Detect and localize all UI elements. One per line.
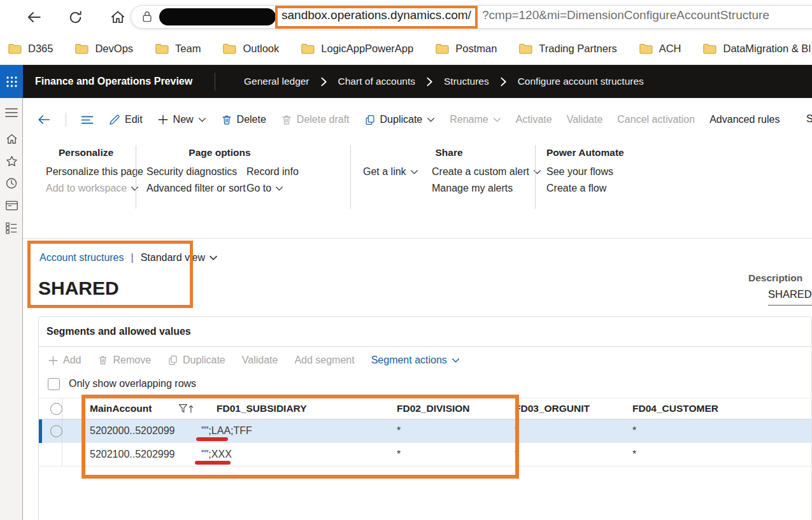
chevron-right-icon — [320, 77, 327, 87]
cell-fd02-division[interactable]: * — [397, 449, 515, 460]
copy-icon — [167, 355, 178, 366]
menu-item-label: See your flows — [546, 166, 613, 178]
column-header-fd04-customer[interactable]: FD04_CUSTOMER — [632, 403, 811, 414]
url-redaction-blob — [159, 8, 276, 25]
bookmark-label: Postman — [455, 43, 497, 55]
menu-item-get-a-link[interactable]: Get a link — [363, 165, 418, 179]
menu-item-security-diagnostics[interactable]: Security diagnostics — [146, 165, 237, 179]
chevron-down-icon — [452, 358, 460, 363]
bookmark-folder-postman[interactable]: Postman — [435, 43, 497, 55]
nav-recent-clock-icon[interactable] — [0, 174, 23, 193]
bookmark-folder-logicapppowerapp[interactable]: LogicAppPowerApp — [301, 43, 413, 55]
grid-row-1[interactable]: 5202000..5202099 "";LAA;TFF * * * — [39, 419, 811, 443]
breadcrumb-general-ledger[interactable]: General ledger — [244, 76, 310, 87]
checkbox-unchecked[interactable] — [48, 378, 60, 390]
nav-home-icon[interactable] — [0, 129, 23, 148]
cell-fd04-customer[interactable]: * — [632, 425, 811, 437]
expand-nav-hamburger-icon[interactable] — [0, 103, 23, 122]
cell-mainaccount[interactable]: 5202000..5202099 — [62, 425, 201, 437]
cancel-activation-button: Cancel activation — [617, 114, 695, 125]
url-query: ?cmp=120&mi=DimensionConfigureAccountStr… — [482, 8, 769, 22]
bookmark-folder-outlook[interactable]: Outlook — [222, 43, 279, 55]
bookmark-folder-d365[interactable]: D365 — [8, 43, 53, 55]
cell-mainaccount[interactable]: 5202100..5202999 — [62, 449, 201, 460]
grid-row-2[interactable]: 5202100..5202999 "";XXX * * * — [39, 443, 811, 467]
row-select-cell — [39, 443, 62, 466]
checkbox-label: Only show overlapping rows — [69, 378, 196, 390]
browser-refresh-icon[interactable] — [67, 9, 83, 25]
bookmark-folder-ach[interactable]: ACH — [639, 43, 681, 55]
folder-icon — [518, 43, 533, 55]
bookmark-label: DataMigration & Bl — [723, 43, 811, 55]
action-pane-menu-icon[interactable] — [81, 115, 94, 125]
bookmark-label: ACH — [659, 43, 681, 55]
chevron-right-icon — [426, 77, 433, 87]
breadcrumb-configure-account-structures[interactable]: Configure account structures — [518, 76, 644, 87]
folder-icon — [435, 43, 450, 55]
nav-favorites-star-icon[interactable] — [0, 151, 23, 171]
cell-fd01-subsidiary[interactable]: "";XXX — [201, 449, 397, 460]
column-header-fd01-subsidiary[interactable]: FD01_SUBSIDIARY — [201, 403, 397, 414]
account-structures-link[interactable]: Account structures — [39, 252, 124, 264]
segment-actions-button[interactable]: Segment actions — [371, 355, 460, 366]
view-selector[interactable]: Standard view — [141, 252, 218, 264]
bookmark-folder-trading-partners[interactable]: Trading Partners — [518, 43, 616, 55]
breadcrumb-structures[interactable]: Structures — [444, 76, 489, 87]
description-field[interactable]: SHARED AC — [768, 288, 812, 306]
menu-item-go-to[interactable]: Go to — [246, 181, 283, 195]
browser-back-icon[interactable] — [25, 9, 42, 25]
bookmark-folder-devops[interactable]: DevOps — [75, 43, 133, 55]
cell-fd03-orgunit[interactable]: * — [515, 449, 632, 460]
action-pane: Edit New Delete Delete draft Duplicate R… — [37, 106, 780, 134]
product-name[interactable]: Finance and Operations Preview — [35, 65, 192, 98]
column-header-fd02-division[interactable]: FD02_DIVISION — [397, 403, 515, 414]
delete-draft-label: Delete draft — [297, 114, 350, 125]
activate-button: Activate — [516, 114, 552, 125]
menu-item-record-info[interactable]: Record info — [246, 165, 299, 179]
browser-home-icon[interactable] — [110, 9, 126, 25]
add-button: Add — [48, 355, 81, 366]
new-button[interactable]: New — [157, 114, 206, 125]
overlapping-rows-filter[interactable]: Only show overlapping rows — [48, 376, 196, 392]
column-header-mainaccount[interactable]: MainAccount — [62, 403, 201, 414]
breadcrumb-chart-of-accounts[interactable]: Chart of accounts — [338, 76, 415, 87]
delete-draft-button: Delete draft — [281, 114, 350, 126]
menu-item-personalize-this-page[interactable]: Personalize this page — [46, 165, 143, 179]
nav-workspaces-icon[interactable] — [0, 196, 23, 215]
cell-fd01-subsidiary[interactable]: "";LAA;TFF — [201, 425, 397, 437]
app-launcher-waffle-icon[interactable] — [0, 65, 23, 98]
bookmark-folder-datamigration[interactable]: DataMigration & Bl — [702, 43, 811, 55]
trash-icon — [221, 114, 232, 126]
menu-group-share-title: Share — [363, 147, 535, 158]
duplicate-button[interactable]: Duplicate — [364, 114, 436, 126]
menu-item-create-a-flow[interactable]: Create a flow — [546, 181, 606, 195]
validate-button: Validate — [567, 114, 603, 125]
bookmark-label: Team — [175, 43, 201, 55]
description-label: Description — [748, 272, 802, 284]
row-select-cell — [39, 419, 62, 442]
nav-modules-icon[interactable] — [0, 218, 23, 237]
select-all-radio[interactable] — [50, 403, 62, 415]
menu-item-create-a-custom-alert[interactable]: Create a custom alert — [432, 165, 541, 179]
menu-item-advanced-filter-or-sort[interactable]: Advanced filter or sort — [146, 181, 246, 195]
row-select-radio[interactable] — [50, 425, 62, 437]
cell-fd03-orgunit[interactable]: * — [515, 425, 632, 437]
advanced-rules-button[interactable]: Advanced rules — [709, 114, 780, 125]
remove-button: Remove — [97, 355, 151, 366]
duplicate-row-label: Duplicate — [183, 355, 225, 366]
cell-fd04-customer[interactable]: * — [632, 449, 811, 460]
back-button[interactable] — [37, 113, 51, 126]
menu-item-label: Create a custom alert — [432, 166, 529, 178]
menu-item-see-your-flows[interactable]: See your flows — [546, 165, 613, 179]
edit-button[interactable]: Edit — [108, 114, 143, 126]
menu-item-manage-my-alerts[interactable]: Manage my alerts — [432, 181, 513, 195]
menu-item-label: Advanced filter or sort — [146, 183, 246, 194]
delete-button[interactable]: Delete — [221, 114, 266, 126]
filter-sort-icon[interactable] — [178, 404, 201, 414]
cell-fd02-division[interactable]: * — [397, 425, 515, 437]
column-header-fd03-orgunit[interactable]: FD03_ORGUNIT — [515, 403, 632, 414]
bookmark-folder-team[interactable]: Team — [155, 43, 201, 55]
bookmark-label: LogicAppPowerApp — [321, 43, 413, 55]
chevron-down-icon — [410, 169, 418, 175]
menu-item-add-to-workspace: Add to workspace — [46, 181, 139, 195]
